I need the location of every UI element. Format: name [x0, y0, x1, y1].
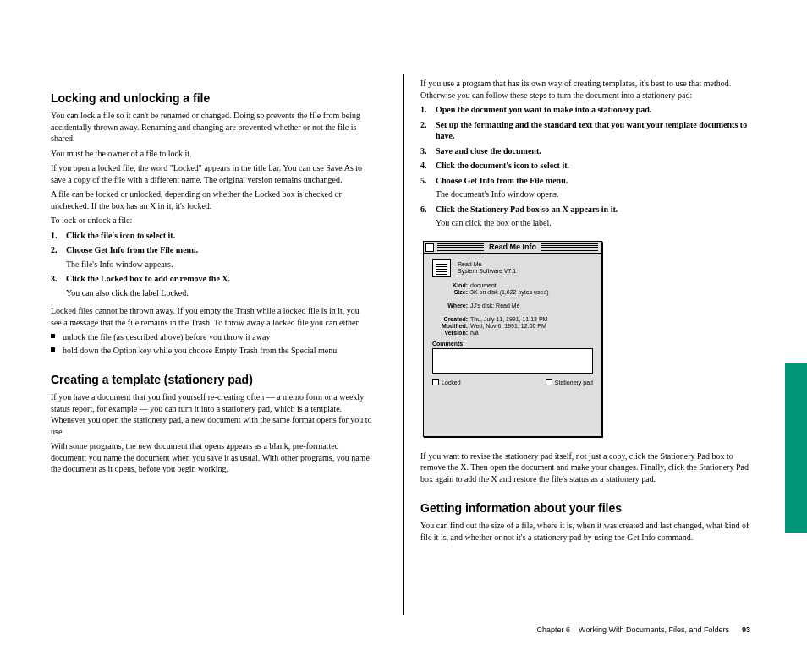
- step-text: Choose Get Info from the File menu.: [436, 176, 568, 185]
- paragraph: You can lock a file so it can't be renam…: [51, 110, 372, 145]
- value-created: Thu, July 11, 1991, 11:13 PM: [470, 316, 593, 322]
- info-titlebar: Read Me Info: [424, 242, 601, 254]
- info-app-name: System Software V7.1: [458, 268, 516, 275]
- label-modified: Modified:: [432, 323, 468, 329]
- value-size: 3K on disk (1,622 bytes used): [470, 289, 593, 295]
- step-sub: The file's Info window appears.: [66, 259, 372, 270]
- step-sub: The document's Info window opens.: [436, 188, 750, 200]
- value-where: JJ's disk: Read Me: [470, 303, 593, 309]
- info-row-kind: Kind: document: [432, 282, 593, 288]
- paragraph: You must be the owner of a file to lock …: [51, 148, 372, 160]
- footer-chapter: Chapter 6: [537, 626, 571, 634]
- info-row-where: Where: JJ's disk: Read Me: [432, 303, 593, 309]
- list-item: Click the Locked box to add or remove th…: [51, 273, 372, 298]
- info-row-size: Size: 3K on disk (1,622 bytes used): [432, 289, 593, 295]
- info-row-version: Version: n/a: [432, 330, 593, 336]
- list-item: Open the document you want to make into …: [420, 104, 750, 116]
- label-created: Created:: [432, 316, 468, 322]
- paragraph: With some programs, the new document tha…: [51, 440, 372, 475]
- step-text: Open the document you want to make into …: [436, 105, 651, 114]
- page-footer: Chapter 6 Working With Documents, Files,…: [420, 626, 750, 634]
- step-text: Choose Get Info from the File menu.: [66, 245, 198, 254]
- value-modified: Wed, Nov 6, 1991, 12:00 PM: [470, 323, 593, 329]
- paragraph: You can find out the size of a file, whe…: [420, 520, 750, 543]
- close-box-icon[interactable]: [425, 243, 434, 252]
- list-item: hold down the Option key while you choos…: [51, 345, 372, 357]
- step-text: Click the file's icon to select it.: [66, 231, 175, 240]
- list-item: Choose Get Info from the File menu. The …: [420, 175, 750, 200]
- paragraph: Locked files cannot be thrown away. If y…: [51, 305, 372, 328]
- paragraph: If you want to revise the stationery pad…: [420, 451, 750, 485]
- list-item: Save and close the document.: [420, 145, 750, 157]
- list-item: Set up the formatting and the standard t…: [420, 119, 750, 142]
- step-text: Click the Locked box to add or remove th…: [66, 274, 230, 283]
- footer-title: Working With Documents, Files, and Folde…: [579, 626, 729, 634]
- step-sub: You can also click the label Locked.: [66, 287, 372, 299]
- step-text: Click the document's icon to select it.: [436, 161, 569, 170]
- column-divider: [404, 74, 404, 615]
- footer-page: 93: [742, 626, 750, 634]
- step-text: Set up the formatting and the standard t…: [436, 120, 747, 141]
- paragraph: A file can be locked or unlocked, depend…: [51, 188, 372, 211]
- paragraph: To lock or unlock a file:: [51, 215, 372, 227]
- heading-lock-unlock: Locking and unlocking a file: [51, 91, 372, 105]
- heading-stationery: Creating a template (stationery pad): [51, 373, 372, 386]
- locked-checkbox[interactable]: Locked: [432, 379, 461, 385]
- step-sub: You can click the box or the label.: [436, 217, 750, 229]
- info-name-block: Read Me System Software V7.1: [458, 261, 516, 276]
- list-item: unlock the file (as described above) bef…: [51, 331, 372, 343]
- step-text: Save and close the document.: [436, 146, 541, 156]
- info-file-name: Read Me: [458, 261, 516, 268]
- label-kind: Kind:: [432, 282, 468, 288]
- stationery-label: Stationery pad: [555, 380, 593, 385]
- info-body: Read Me System Software V7.1 Kind: docum…: [424, 254, 601, 389]
- checkbox-icon: [546, 379, 552, 385]
- list-item: Click the Stationery Pad box so an X app…: [420, 204, 750, 229]
- info-row-created: Created: Thu, July 11, 1991, 11:13 PM: [432, 316, 593, 322]
- lock-bullets: unlock the file (as described above) bef…: [51, 331, 372, 356]
- value-version: n/a: [470, 330, 593, 336]
- locked-label: Locked: [442, 380, 461, 385]
- page-thumb-tab: [785, 363, 807, 533]
- label-where: Where:: [432, 303, 468, 309]
- checkbox-icon: [432, 379, 439, 385]
- heading-get-info: Getting information about your files: [420, 501, 750, 515]
- comments-field[interactable]: [432, 348, 593, 374]
- get-info-window: Read Me Info Read Me System Software V7.…: [423, 241, 602, 437]
- info-window-title: Read Me Info: [484, 243, 541, 251]
- stationery-checkbox[interactable]: Stationery pad: [546, 379, 593, 385]
- label-size: Size:: [432, 289, 468, 295]
- left-column: Locking and unlocking a file You can loc…: [51, 74, 389, 478]
- list-item: Choose Get Info from the File menu. The …: [51, 244, 372, 270]
- label-comments: Comments:: [432, 341, 593, 347]
- lock-steps: Click the file's icon to select it. Choo…: [51, 230, 372, 299]
- list-item: Click the file's icon to select it.: [51, 230, 372, 242]
- paragraph: If you use a program that has its own wa…: [420, 78, 750, 101]
- stationery-steps: Open the document you want to make into …: [420, 104, 750, 229]
- value-kind: document: [470, 282, 593, 288]
- document-icon: [432, 259, 451, 277]
- paragraph: If you have a document that you find you…: [51, 391, 372, 437]
- step-text: Click the Stationery Pad box so an X app…: [436, 205, 618, 214]
- paragraph: If you open a locked file, the word "Loc…: [51, 162, 372, 185]
- list-item: Click the document's icon to select it.: [420, 160, 750, 172]
- label-version: Version:: [432, 330, 468, 336]
- info-row-modified: Modified: Wed, Nov 6, 1991, 12:00 PM: [432, 323, 593, 329]
